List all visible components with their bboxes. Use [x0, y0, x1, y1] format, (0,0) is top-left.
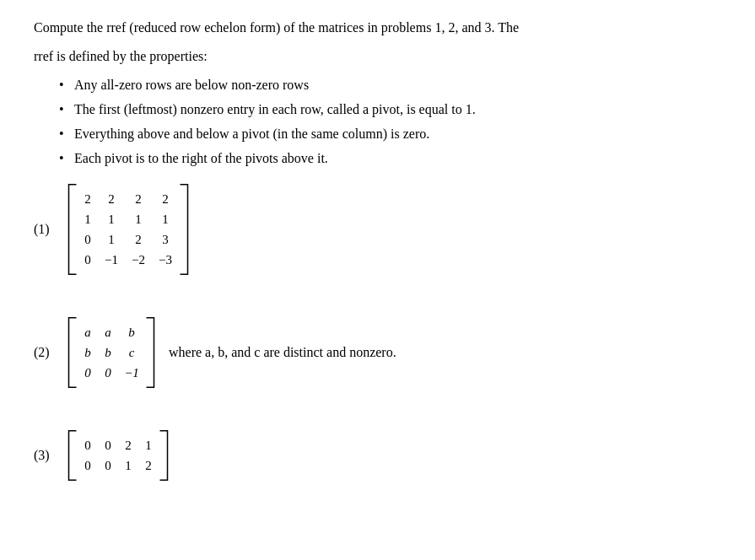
matrix-cell-1-1-3: 1: [152, 207, 179, 228]
matrix-cell-1-0-1: 2: [98, 187, 125, 207]
matrix-cell-2-1-1: b: [98, 341, 118, 361]
bullet-item-2: Everything above and below a pivot (in t…: [59, 122, 721, 147]
problem-3: (3)00210012: [34, 430, 721, 481]
page-content: Compute the rref (reduced row echelon fo…: [34, 17, 721, 481]
matrix-cell-1-2-0: 0: [78, 228, 98, 248]
bullet-list: Any all-zero rows are below non-zero row…: [59, 73, 721, 170]
matrix-cell-1-0-2: 2: [125, 187, 152, 207]
matrix-row-2-2: 00−1: [78, 361, 145, 381]
matrix-cell-2-1-2: c: [118, 341, 145, 361]
matrix-row-2-1: bbc: [78, 341, 145, 361]
matrix-cell-1-0-3: 2: [152, 187, 179, 207]
problem-label-2: (2): [34, 345, 67, 360]
matrix-row-1-1: 1111: [78, 207, 179, 228]
bracket-right-3: [159, 430, 169, 481]
matrix-cell-3-0-3: 1: [138, 433, 159, 454]
matrix-cell-2-2-0: 0: [78, 361, 98, 381]
matrix-cell-1-1-0: 1: [78, 207, 98, 228]
intro-line1: Compute the rref (reduced row echelon fo…: [34, 17, 721, 39]
problems-container: (1)2222111101230−1−2−3(2)aabbbc00−1where…: [34, 184, 721, 481]
matrix-cell-1-3-1: −1: [98, 248, 125, 268]
problem-1: (1)2222111101230−1−2−3: [34, 184, 721, 275]
matrix-cell-1-3-2: −2: [125, 248, 152, 268]
matrix-cell-3-1-1: 0: [98, 454, 118, 474]
matrix-row-1-2: 0123: [78, 228, 179, 248]
matrix-row-2-0: aab: [78, 320, 145, 341]
matrix-cell-1-2-1: 1: [98, 228, 125, 248]
bracket-right-1: [179, 184, 189, 275]
matrix-row-3-0: 0021: [78, 433, 159, 454]
matrix-cell-2-0-1: a: [98, 320, 118, 341]
matrix-cell-1-1-2: 1: [125, 207, 152, 228]
matrix-cell-1-2-3: 3: [152, 228, 179, 248]
matrix-body-2: aabbbc00−1: [78, 317, 145, 388]
bracket-left-1: [67, 184, 78, 275]
matrix-wrapper-3: 00210012: [67, 430, 169, 481]
problem-2: (2)aabbbc00−1where a, b, and c are disti…: [34, 317, 721, 388]
matrix-cell-2-2-2: −1: [118, 361, 145, 381]
intro-line2: rref is defined by the properties:: [34, 46, 721, 67]
matrix-cell-1-3-3: −3: [152, 248, 179, 268]
matrix-cell-2-1-0: b: [78, 341, 98, 361]
bracket-left-3: [67, 430, 78, 481]
problem-extra-text-2: where a, b, and c are distinct and nonze…: [169, 345, 396, 360]
matrix-cell-2-2-1: 0: [98, 361, 118, 381]
matrix-cell-1-1-1: 1: [98, 207, 125, 228]
problem-label-3: (3): [34, 448, 67, 463]
matrix-wrapper-1: 2222111101230−1−2−3: [67, 184, 189, 275]
matrix-cell-2-0-2: b: [118, 320, 145, 341]
matrix-body-1: 2222111101230−1−2−3: [78, 184, 179, 275]
intro-paragraph: Compute the rref (reduced row echelon fo…: [34, 17, 721, 67]
matrix-cell-3-1-0: 0: [78, 454, 98, 474]
matrix-cell-3-0-0: 0: [78, 433, 98, 454]
bracket-right-2: [145, 317, 155, 388]
matrix-cell-1-0-0: 2: [78, 187, 98, 207]
matrix-row-1-0: 2222: [78, 187, 179, 207]
bullet-item-1: The first (leftmost) nonzero entry in ea…: [59, 98, 721, 122]
matrix-cell-3-1-2: 1: [118, 454, 138, 474]
matrix-cell-3-1-3: 2: [138, 454, 159, 474]
matrix-cell-1-2-2: 2: [125, 228, 152, 248]
matrix-row-1-3: 0−1−2−3: [78, 248, 179, 268]
bullet-item-0: Any all-zero rows are below non-zero row…: [59, 73, 721, 98]
matrix-wrapper-2: aabbbc00−1: [67, 317, 155, 388]
matrix-cell-3-0-1: 0: [98, 433, 118, 454]
bullet-item-3: Each pivot is to the right of the pivots…: [59, 147, 721, 171]
bracket-left-2: [67, 317, 78, 388]
matrix-body-3: 00210012: [78, 430, 159, 481]
problem-label-1: (1): [34, 222, 67, 237]
matrix-cell-1-3-0: 0: [78, 248, 98, 268]
matrix-row-3-1: 0012: [78, 454, 159, 474]
matrix-cell-2-0-0: a: [78, 320, 98, 341]
matrix-cell-3-0-2: 2: [118, 433, 138, 454]
